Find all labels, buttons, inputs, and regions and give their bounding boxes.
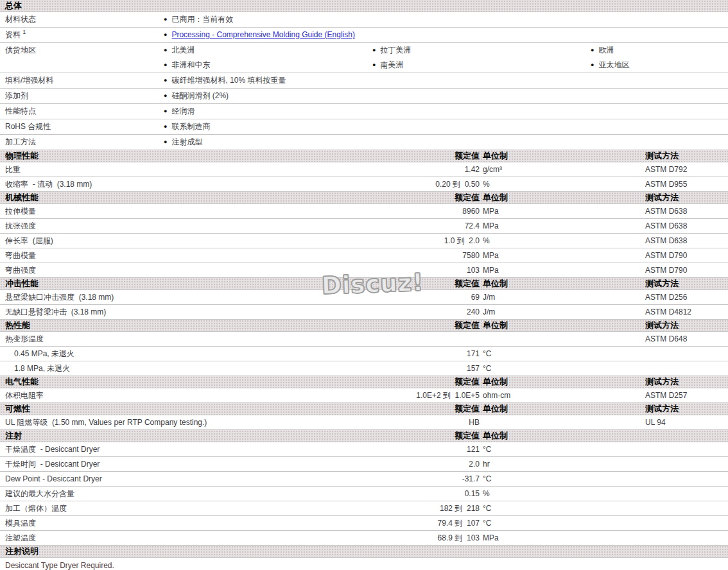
- property-label: Dew Point - Desiccant Dryer: [0, 472, 398, 486]
- table-row: Dew Point - Desiccant Dryer-31.7°C: [0, 472, 728, 487]
- table-row: 模具温度79.4 到 107°C: [0, 516, 728, 531]
- property-label: 体积电阻率: [0, 388, 398, 402]
- bullet-columns: ●北美洲●非洲和中东●拉丁美洲●南美洲●欧洲●亚太地区: [164, 43, 728, 73]
- table-row: Desiccant Type Dryer Required.: [0, 558, 728, 570]
- bullet-icon: ●: [164, 47, 167, 53]
- rated-value: 8960: [398, 207, 480, 216]
- rated-value: 157: [398, 364, 480, 373]
- test-method-value: UL 94: [642, 418, 728, 427]
- table-row: UL 阻燃等级 (1.50 mm, Values per RTP Company…: [0, 415, 728, 430]
- bullet-icon: ●: [591, 47, 594, 53]
- property-label: 伸长率 (屈服): [0, 234, 398, 248]
- rated-value: -31.7: [398, 474, 480, 483]
- bullet-text: 注射成型: [171, 137, 202, 146]
- bullet-icon: ●: [164, 108, 167, 114]
- column-header-unit: 单位制: [480, 376, 642, 388]
- bullet-column: ●经润滑: [164, 104, 372, 119]
- column-header-rated-value: 额定值: [398, 150, 480, 162]
- bullet-text: 已商用：当前有效: [171, 15, 233, 24]
- test-method-value: ASTM D638: [642, 221, 728, 230]
- column-header-unit: 单位制: [480, 320, 642, 331]
- table-row: 无缺口悬臂梁冲击 (3.18 mm)240J/mASTM D4812: [0, 305, 728, 320]
- rated-value: 69: [398, 293, 480, 302]
- bullet-icon: ●: [164, 77, 167, 83]
- section-header-3: 冲击性能额定值单位制测试方法: [0, 278, 728, 290]
- table-row: 加工（熔体）温度182 到 218°C: [0, 501, 728, 516]
- rated-value: 171: [398, 349, 480, 358]
- unit-value: °C: [480, 474, 642, 483]
- section-header-0: 总体: [0, 0, 728, 12]
- molding-guide-link[interactable]: Processing - Comprehensive Molding Guide…: [171, 30, 354, 39]
- unit-value: %: [480, 180, 642, 189]
- unit-value: °C: [480, 445, 642, 454]
- table-row: 体积电阻率1.0E+2 到 1.0E+5ohm·cmASTM D257: [0, 388, 728, 403]
- bullet-column: ●拉丁美洲●南美洲: [372, 43, 591, 73]
- column-header-rated-value: 额定值: [398, 430, 480, 442]
- bullet-icon: ●: [164, 62, 167, 68]
- table-row: 1.8 MPa, 未退火157°C: [0, 361, 728, 376]
- test-method-value: ASTM D955: [642, 180, 728, 189]
- column-header-test-method: 测试方法: [642, 192, 728, 203]
- rated-value: 2.0: [398, 460, 480, 469]
- rated-value: 1.0E+2 到 1.0E+5: [398, 390, 480, 401]
- unit-value: °C: [480, 349, 642, 358]
- section-title: 注射说明: [0, 546, 398, 557]
- bullet-column: ●北美洲●非洲和中东: [164, 43, 372, 73]
- bullet-text: 北美洲: [171, 46, 195, 55]
- bullet-icon: ●: [164, 139, 167, 145]
- section-header-1: 物理性能额定值单位制测试方法: [0, 150, 728, 162]
- section-header-2: 机械性能额定值单位制测试方法: [0, 192, 728, 204]
- property-label: 干燥时间 - Desiccant Dryer: [0, 457, 398, 471]
- column-header-rated-value: 额定值: [398, 192, 480, 203]
- column-header-unit: 单位制: [480, 278, 642, 289]
- table-row: 拉伸模量8960MPaASTM D638: [0, 204, 728, 219]
- bullet-column: ●硅酮润滑剂 (2%): [164, 89, 372, 103]
- rated-value: 0.15: [398, 489, 480, 498]
- bullet-text: 联系制造商: [171, 122, 210, 131]
- table-row: 悬壁梁缺口冲击强度 (3.18 mm)69J/mASTM D256: [0, 290, 728, 305]
- unit-value: MPa: [480, 221, 642, 230]
- bullet-icon: ●: [164, 31, 167, 38]
- unit-value: MPa: [480, 207, 642, 216]
- section-title: 电气性能: [0, 376, 398, 388]
- unit-value: MPa: [480, 251, 642, 260]
- rated-value: 68.9 到 103: [398, 533, 480, 544]
- property-label: UL 阻燃等级 (1.50 mm, Values per RTP Company…: [0, 415, 398, 429]
- property-label: 干燥温度 - Desiccant Dryer: [0, 442, 398, 456]
- bullet-text: 经润滑: [171, 107, 195, 116]
- property-label: 收缩率 - 流动 (3.18 mm): [0, 177, 398, 191]
- bullet-column: ●已商用：当前有效: [164, 12, 372, 27]
- test-method-value: ASTM D638: [642, 207, 728, 216]
- rated-value: 79.4 到 107: [398, 518, 480, 529]
- column-header-test-method: 测试方法: [642, 278, 728, 289]
- test-method-value: ASTM D790: [642, 266, 728, 275]
- property-label: 添加剂: [0, 89, 164, 103]
- rated-value: 240: [398, 307, 480, 316]
- column-header-rated-value: 额定值: [398, 320, 480, 331]
- bullet-columns: ●注射成型: [164, 135, 728, 150]
- property-label: 注塑温度: [0, 531, 398, 545]
- table-row: 抗张强度72.4MPaASTM D638: [0, 219, 728, 234]
- rated-value: HB: [398, 418, 480, 427]
- property-label: 0.45 MPa, 未退火: [0, 347, 398, 361]
- bullet-item: ●硅酮润滑剂 (2%): [164, 89, 372, 103]
- unit-value: MPa: [480, 266, 642, 275]
- table-row: 弯曲模量7580MPaASTM D790: [0, 248, 728, 263]
- bullet-text: 碳纤维增强材料, 10% 填料按重量: [171, 76, 286, 85]
- table-row: 0.45 MPa, 未退火171°C: [0, 347, 728, 361]
- bullet-icon: ●: [372, 47, 376, 53]
- section-title: 可燃性: [0, 403, 398, 415]
- test-method-value: ASTM D790: [642, 251, 728, 260]
- property-label: 无缺口悬臂梁冲击 (3.18 mm): [0, 305, 398, 319]
- property-label: 弯曲强度: [0, 263, 398, 277]
- bullet-item: ●碳纤维增强材料, 10% 填料按重量: [164, 73, 372, 88]
- test-method-value: ASTM D257: [642, 391, 728, 400]
- bullet-text: 亚太地区: [598, 60, 629, 69]
- table-row: 添加剂●硅酮润滑剂 (2%): [0, 89, 728, 104]
- rated-value: 1.42: [398, 165, 480, 174]
- section-title: 机械性能: [0, 192, 398, 203]
- rated-value: 121: [398, 445, 480, 454]
- bullet-column: ●联系制造商: [164, 119, 372, 134]
- property-label: 抗张强度: [0, 219, 398, 233]
- column-header-test-method: 测试方法: [642, 150, 728, 162]
